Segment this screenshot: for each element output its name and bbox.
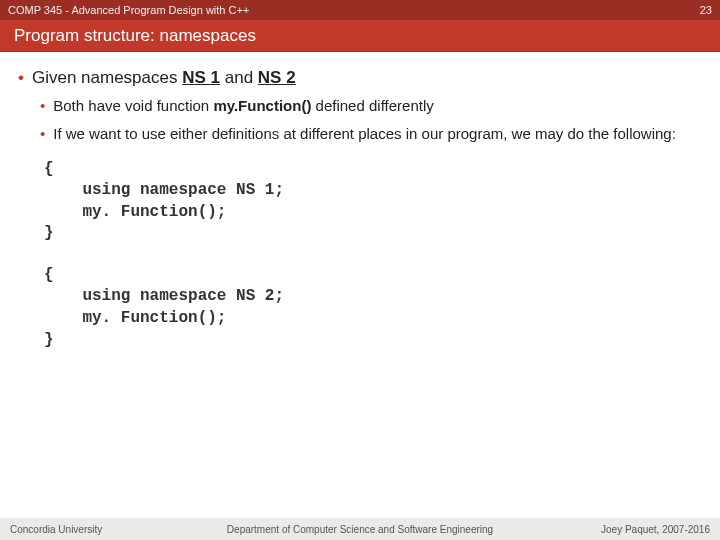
bullet-level2: • Both have void function my.Function() … [40, 96, 702, 116]
course-code: COMP 345 - Advanced Program Design with … [8, 4, 249, 16]
slide-title-bar: Program structure: namespaces [0, 20, 720, 52]
bullet-level2: • If we want to use either definitions a… [40, 124, 702, 144]
slide-content: • Given namespaces NS 1 and NS 2 • Both … [0, 52, 720, 351]
slide-title: Program structure: namespaces [14, 26, 256, 46]
bullet-level1: • Given namespaces NS 1 and NS 2 [18, 68, 702, 88]
text-fragment: and [220, 68, 258, 87]
page-number: 23 [700, 4, 712, 16]
top-bar: COMP 345 - Advanced Program Design with … [0, 0, 720, 20]
bullet-text: If we want to use either definitions at … [53, 124, 676, 144]
namespace-name: NS 2 [258, 68, 296, 87]
text-fragment: Given namespaces [32, 68, 182, 87]
code-block: { using namespace NS 1; my. Function(); … [44, 159, 702, 245]
namespace-name: NS 1 [182, 68, 220, 87]
bullet-text: Both have void function my.Function() de… [53, 96, 433, 116]
bullet-text: Given namespaces NS 1 and NS 2 [32, 68, 296, 88]
function-name: my.Function() [213, 97, 311, 114]
code-block: { using namespace NS 2; my. Function(); … [44, 265, 702, 351]
footer-bar: Concordia University Department of Compu… [0, 518, 720, 540]
footer-center: Department of Computer Science and Softw… [0, 524, 720, 535]
bullet-dot-icon: • [40, 96, 45, 116]
bullet-dot-icon: • [18, 68, 24, 88]
text-fragment: Both have void function [53, 97, 213, 114]
text-fragment: defined differently [311, 97, 433, 114]
bullet-dot-icon: • [40, 124, 45, 144]
